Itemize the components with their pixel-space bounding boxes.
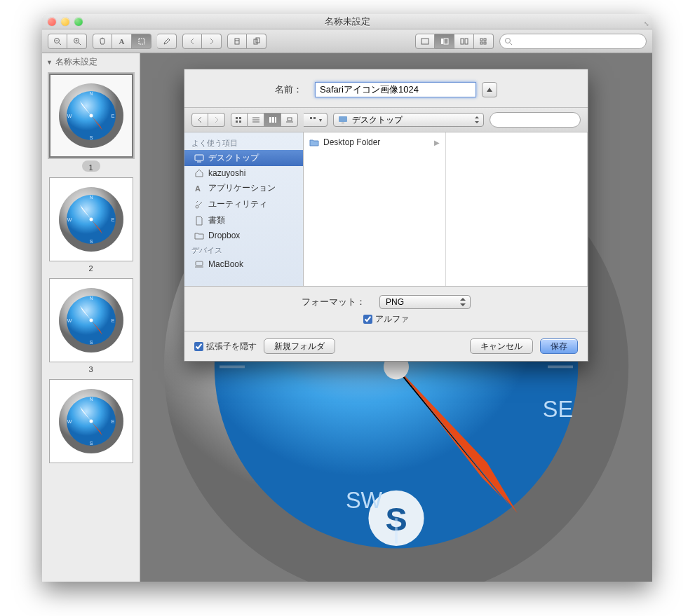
toolbar-search-input[interactable] (515, 37, 642, 46)
favorite-item[interactable]: デスクトップ (184, 150, 303, 166)
path-label: デスクトップ (352, 114, 403, 126)
favorite-item[interactable]: Dropbox (184, 228, 303, 242)
view-mode-4[interactable] (474, 34, 494, 49)
device-item[interactable]: MacBook (184, 257, 303, 271)
save-button[interactable]: 保存 (540, 338, 578, 354)
thumbnail-label: 3 (49, 362, 133, 374)
svg-rect-19 (480, 42, 483, 44)
view-column-button[interactable] (264, 113, 281, 127)
svg-rect-98 (272, 117, 274, 123)
back-button[interactable] (191, 113, 208, 127)
favorite-label: kazuyoshi (208, 168, 245, 178)
favorite-label: ユーティリティ (208, 198, 267, 210)
thumbnail-label: 1 (82, 160, 100, 172)
svg-rect-104 (339, 116, 347, 122)
file-column-1[interactable]: Desktop Folder▶ (304, 132, 446, 286)
svg-point-44 (89, 218, 93, 221)
favorite-label: 書類 (208, 214, 225, 226)
hide-extension-row[interactable]: 拡張子を隠す (194, 341, 257, 353)
select-tool-button[interactable] (132, 34, 151, 49)
titlebar: 名称未設定 ⤡ (42, 14, 652, 29)
cancel-button[interactable]: キャンセル (470, 338, 533, 354)
doc-icon (194, 216, 204, 226)
thumbnail-3[interactable]: N S W E 3 (49, 278, 133, 374)
view-coverflow-button[interactable] (281, 113, 298, 127)
expand-collapse-button[interactable] (482, 82, 497, 97)
alpha-checkbox[interactable] (363, 315, 372, 324)
view-list-button[interactable] (248, 113, 264, 127)
favorite-item[interactable]: kazuyoshi (184, 166, 303, 180)
svg-rect-91 (239, 117, 241, 119)
zoom-out-button[interactable] (48, 34, 67, 49)
pages-button[interactable] (247, 34, 266, 49)
svg-rect-16 (465, 39, 468, 44)
arrange-button[interactable]: ▾ (304, 113, 328, 127)
svg-rect-93 (239, 121, 241, 123)
home-page-button[interactable] (227, 34, 247, 49)
next-button[interactable] (202, 34, 222, 49)
filename-input[interactable] (315, 82, 476, 97)
button-row: 拡張子を隠す 新規フォルダ キャンセル 保存 (184, 331, 588, 361)
forward-button[interactable] (208, 113, 225, 127)
device-label: MacBook (208, 259, 243, 269)
alpha-checkbox-row[interactable]: アルファ (363, 313, 409, 325)
svg-text:N: N (89, 91, 93, 96)
favorite-item[interactable]: ユーティリティ (184, 196, 303, 212)
file-browser: よく使う項目 デスクトップkazuyoshiAアプリケーションユーティリティ書類… (184, 132, 588, 287)
svg-rect-8 (235, 39, 239, 44)
file-label: Desktop Folder (323, 137, 380, 147)
svg-marker-106 (475, 116, 479, 118)
laptop-icon (194, 259, 204, 269)
view-mode-3[interactable] (454, 34, 474, 49)
svg-text:S: S (89, 441, 93, 446)
svg-text:W: W (67, 318, 72, 323)
toolbar-search[interactable] (499, 34, 647, 49)
svg-rect-100 (288, 118, 292, 121)
prev-button[interactable] (182, 34, 202, 49)
favorite-item[interactable]: Aアプリケーション (184, 180, 303, 196)
svg-rect-97 (269, 117, 271, 123)
resize-handle-icon[interactable]: ⤡ (644, 20, 649, 27)
search-icon (504, 37, 513, 46)
sheet-search-input[interactable] (497, 116, 583, 124)
view-mode-2[interactable] (435, 34, 454, 49)
favorite-label: Dropbox (208, 231, 240, 240)
hide-extension-checkbox[interactable] (194, 342, 203, 351)
svg-point-33 (89, 114, 93, 118)
svg-rect-114 (196, 261, 203, 266)
view-mode-1[interactable] (415, 34, 435, 49)
thumbnail-4[interactable]: N S W E (49, 379, 133, 466)
zoom-in-button[interactable] (67, 34, 87, 49)
sidebar-header[interactable]: ▼ 名称未設定 (42, 53, 140, 71)
edit-button[interactable] (157, 34, 177, 49)
name-label: 名前： (275, 83, 302, 96)
disclosure-triangle-icon[interactable]: ▼ (46, 59, 53, 66)
favorite-item[interactable]: 書類 (184, 212, 303, 228)
hand-tool-button[interactable] (93, 34, 112, 49)
svg-line-4 (79, 43, 81, 45)
svg-rect-15 (461, 39, 464, 44)
thumbnail-1[interactable]: N S W E 1 (49, 74, 133, 172)
app-window: 名称未設定 ⤡ A (42, 14, 652, 582)
format-popup[interactable]: PNG (379, 295, 471, 309)
file-item[interactable]: Desktop Folder▶ (304, 135, 445, 149)
text-tool-button[interactable]: A (112, 34, 132, 49)
desktop-icon (338, 115, 348, 125)
svg-text:W: W (67, 419, 72, 424)
svg-line-22 (510, 43, 512, 45)
svg-text:N: N (89, 195, 93, 200)
thumbnail-2[interactable]: N S W E 2 (49, 177, 133, 273)
svg-text:N: N (89, 397, 93, 402)
devices-header: デバイス (184, 242, 303, 257)
svg-point-21 (506, 38, 511, 43)
svg-text:S: S (89, 239, 93, 244)
path-popup[interactable]: デスクトップ (333, 113, 484, 127)
svg-rect-103 (313, 117, 316, 119)
svg-text:S: S (89, 340, 93, 345)
svg-point-55 (89, 319, 93, 322)
favorite-label: デスクトップ (208, 152, 259, 164)
new-folder-button[interactable]: 新規フォルダ (264, 338, 335, 354)
file-column-2[interactable] (446, 132, 588, 286)
sheet-search[interactable] (490, 112, 581, 128)
view-icon-button[interactable] (231, 113, 248, 127)
